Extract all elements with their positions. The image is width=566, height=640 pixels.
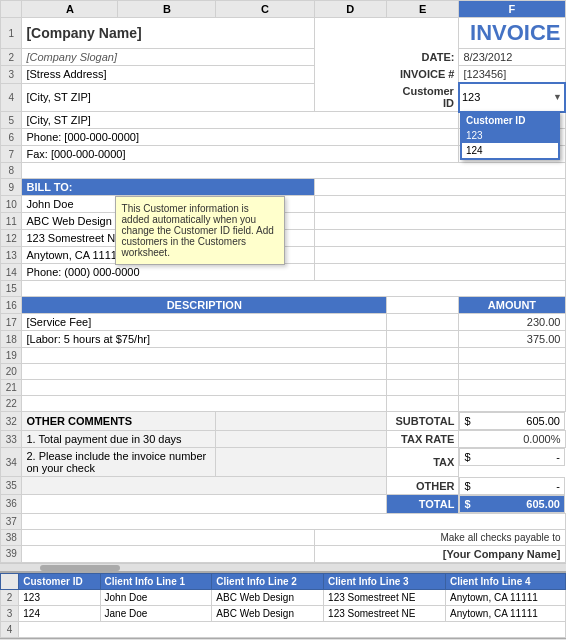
- amount-empty-2: [459, 364, 565, 380]
- row-1: 1 [Company Name] INVOICE: [1, 18, 566, 49]
- tax-value: -: [556, 451, 560, 463]
- tax-rate-label: TAX RATE: [387, 431, 459, 448]
- rownum-37: 37: [1, 513, 22, 529]
- invoice-title: INVOICE: [459, 18, 565, 49]
- rownum-4: 4: [1, 83, 22, 112]
- col-b-header: B: [118, 1, 216, 18]
- spacer-18: [387, 331, 459, 348]
- invoice-value[interactable]: [123456]: [459, 66, 565, 84]
- cust-header-line1: Client Info Line 1: [100, 573, 212, 589]
- company-address2: [City, ST ZIP]: [26, 91, 90, 103]
- dropdown-item-123[interactable]: 123: [462, 128, 558, 143]
- cust-2-line2: ABC Web Design: [212, 605, 324, 621]
- dropdown-item-124[interactable]: 124: [462, 143, 558, 158]
- col-f-header: F: [459, 1, 565, 18]
- item-empty-1: [22, 348, 387, 364]
- company-fax: Fax: [000-000-0000]: [26, 148, 125, 160]
- row-35: 35 OTHER $ -: [1, 477, 566, 495]
- rownum-18: 18: [1, 331, 22, 348]
- cust-rownum-3: 4: [1, 621, 19, 637]
- cust-1-line2: ABC Web Design: [212, 589, 324, 605]
- cust-header-line4: Client Info Line 4: [446, 573, 566, 589]
- spacer-37: [22, 513, 565, 529]
- rownum-19: 19: [1, 348, 22, 364]
- spacer-10: This Customer information is added autom…: [314, 196, 565, 213]
- company-city: [City, ST ZIP]: [26, 114, 90, 126]
- spacer-2: [314, 49, 386, 66]
- amount-empty-3: [459, 380, 565, 396]
- total-value: 605.00: [526, 498, 560, 510]
- dropdown-header: Customer ID: [462, 113, 558, 128]
- rownum-35: 35: [1, 477, 22, 495]
- dropdown-arrow-icon[interactable]: ▼: [553, 92, 562, 102]
- customer-table-header-row: Customer ID Client Info Line 1 Client In…: [1, 573, 566, 589]
- customer-id-cell[interactable]: 123 ▼ Customer ID 123 124: [459, 83, 565, 112]
- row-33: 33 1. Total payment due in 30 days TAX R…: [1, 431, 566, 448]
- cust-rownum-2: 3: [1, 605, 19, 621]
- row-19: 19: [1, 348, 566, 364]
- rownum-15: 15: [1, 281, 22, 297]
- row-10: 10 John Doe This Customer information is…: [1, 196, 566, 213]
- horizontal-scrollbar[interactable]: [0, 563, 566, 571]
- cust-empty-row: [19, 621, 566, 637]
- fax-cell: Fax: [000-000-0000]: [22, 146, 459, 163]
- customer-dropdown[interactable]: Customer ID 123 124: [460, 111, 560, 160]
- cust-row-1: 2 123 John Doe ABC Web Design 123 Somest…: [1, 589, 566, 605]
- total-dollar: $: [464, 498, 470, 510]
- customer-id-value: 123: [462, 91, 553, 103]
- item-1-amount: 230.00: [459, 314, 565, 331]
- spacer-1: [314, 18, 459, 49]
- rownum-14: 14: [1, 264, 22, 281]
- rownum-10: 10: [1, 196, 22, 213]
- spacer-11: [314, 213, 565, 230]
- spacer-38: [22, 529, 314, 545]
- rownum-21: 21: [1, 380, 22, 396]
- item-empty-3: [22, 380, 387, 396]
- rownum-16: 16: [1, 297, 22, 314]
- col-a-header: A: [22, 1, 118, 18]
- cust-1-id: 123: [19, 589, 100, 605]
- spacer-39: [22, 545, 314, 562]
- amount-empty-1: [459, 348, 565, 364]
- column-header-row: A B C D E F: [1, 1, 566, 18]
- row-17: 17 [Service Fee] 230.00: [1, 314, 566, 331]
- invoice-label: INVOICE #: [387, 66, 459, 84]
- cust-row-3: 4: [1, 621, 566, 637]
- date-value[interactable]: 8/23/2012: [459, 49, 565, 66]
- comment-line-2: 2. Please include the invoice number on …: [26, 450, 206, 474]
- row-14: 14 Phone: (000) 000-0000: [1, 264, 566, 281]
- customer-id-label: Customer ID: [387, 83, 459, 112]
- spacer-35: [22, 477, 387, 495]
- spacer-21: [387, 380, 459, 396]
- spacer-3: [314, 66, 386, 84]
- col-c-header: C: [216, 1, 314, 18]
- rownum-8: 8: [1, 163, 22, 179]
- corner-cell: [1, 1, 22, 18]
- rownum-22: 22: [1, 396, 22, 412]
- customer-section: Customer ID Client Info Line 1 Client In…: [0, 571, 566, 638]
- rownum-39: 39: [1, 545, 22, 562]
- other-value: -: [556, 480, 560, 492]
- total-label: TOTAL: [387, 495, 459, 514]
- spreadsheet: A B C D E F 1 [Company Name] INVOICE 2: [0, 0, 566, 640]
- company-address1: [Stress Address]: [26, 68, 106, 80]
- spacer-20: [387, 364, 459, 380]
- other-row: $ -: [459, 477, 565, 495]
- cust-2-id: 124: [19, 605, 100, 621]
- cust-corner: [1, 573, 19, 589]
- rownum-32: 32: [1, 412, 22, 431]
- row-20: 20: [1, 364, 566, 380]
- spacer-16: [387, 297, 459, 314]
- spacer-13: [314, 247, 565, 264]
- subtotal-label: SUBTOTAL: [387, 412, 459, 431]
- row-39: 39 [Your Company Name]: [1, 545, 566, 562]
- row-4: 4 [City, ST ZIP] Customer ID 123 ▼ Custo…: [1, 83, 566, 112]
- row-18: 18 [Labor: 5 hours at $75/hr] 375.00: [1, 331, 566, 348]
- company-slogan-cell: [Company Slogan]: [22, 49, 314, 66]
- row-9: 9 BILL TO:: [1, 179, 566, 196]
- rownum-20: 20: [1, 364, 22, 380]
- tax-label: TAX: [387, 448, 459, 477]
- cust-row-2: 3 124 Jane Doe ABC Web Design 123 Somest…: [1, 605, 566, 621]
- row-34: 34 2. Please include the invoice number …: [1, 448, 566, 477]
- rownum-3: 3: [1, 66, 22, 84]
